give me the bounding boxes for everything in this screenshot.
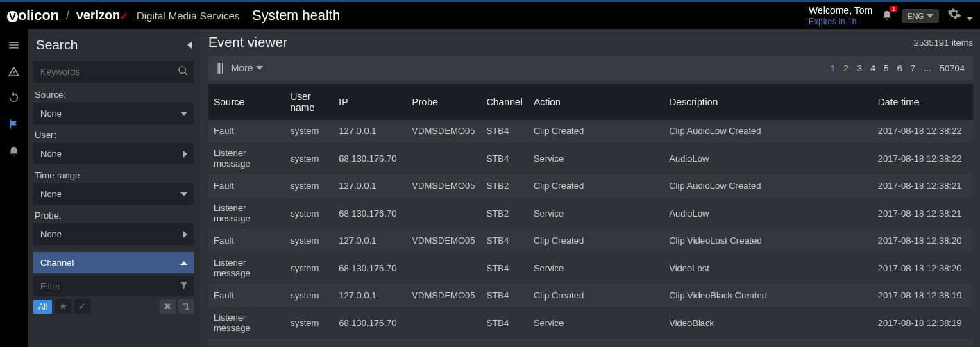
column-header[interactable]: Date time	[872, 84, 973, 120]
time-dropdown[interactable]: None	[33, 183, 194, 205]
table-row[interactable]: KeepAlivesystem68.130.176.70OBS-STBApp\H…	[208, 339, 973, 348]
page-link[interactable]: 1	[830, 63, 835, 74]
cell-action: Clip Created	[528, 230, 664, 252]
user-value: None	[40, 149, 62, 159]
page-link[interactable]: 2	[844, 63, 849, 74]
all-button[interactable]: All	[33, 300, 52, 314]
table-row[interactable]: Faultsystem127.0.0.1VDMSDEMO05STB4Clip C…	[208, 285, 973, 307]
probe-label: Probe:	[35, 210, 194, 221]
icon-rail	[0, 29, 28, 347]
column-header[interactable]: Description	[664, 84, 872, 120]
time-label: Time range:	[35, 170, 194, 180]
column-header[interactable]: IP	[333, 84, 406, 120]
page-link[interactable]: 5	[884, 63, 888, 74]
cell-desc: AudioLow	[664, 197, 872, 230]
column-header[interactable]: User name	[285, 84, 333, 120]
cell-dt: 2017-08-18 12:38:20	[872, 230, 973, 252]
table-row[interactable]: Listener messagesystem68.130.176.70STB4S…	[208, 142, 973, 175]
notification-badge: 1	[890, 6, 897, 12]
chevron-down-icon	[180, 192, 187, 196]
cell-action: Service	[528, 197, 664, 230]
cell-user: system	[285, 175, 333, 197]
chevron-right-icon	[183, 151, 187, 158]
page-title: System health	[252, 8, 340, 24]
column-header[interactable]: Probe	[406, 84, 480, 120]
cell-user: system	[285, 230, 333, 252]
main-panel: Event viewer 2535191 items |||| More 123…	[200, 29, 980, 347]
collapse-tree-button[interactable]: ✖	[160, 299, 176, 314]
brand-slash: /	[66, 8, 69, 23]
cell-desc: VideoLost	[664, 252, 872, 285]
user-label: User:	[35, 130, 194, 140]
cell-user: system	[285, 307, 333, 339]
favorites-button[interactable]: ★	[55, 299, 71, 314]
keyword-input[interactable]	[33, 61, 194, 83]
cell-user: system	[285, 252, 333, 285]
user-dropdown[interactable]: None	[33, 143, 194, 164]
cell-channel: STB4	[481, 252, 528, 285]
cell-desc: Clip VideoLost Created	[664, 230, 872, 252]
refresh-icon[interactable]	[8, 92, 20, 104]
column-header[interactable]: Action	[528, 84, 664, 120]
settings-icon[interactable]	[947, 7, 973, 24]
channel-section-header[interactable]: Channel	[33, 252, 194, 273]
table-row[interactable]: Listener messagesystem68.130.176.70STB4S…	[208, 307, 973, 339]
page-link[interactable]: 50704	[940, 63, 965, 74]
cell-user: system	[285, 142, 333, 175]
cell-desc: Clip AudioLow Created	[664, 120, 872, 142]
topbar-right: Welcome, Tom Expires in 1h 1 ENG	[809, 5, 973, 26]
cell-source: Fault	[208, 285, 285, 307]
cell-user: system	[285, 197, 333, 230]
table-row[interactable]: Listener messagesystem68.130.176.70STB4S…	[208, 252, 973, 285]
bell-icon[interactable]	[8, 144, 20, 157]
cell-action: Clip Created	[528, 285, 664, 307]
source-dropdown[interactable]: None	[33, 103, 194, 124]
cell-channel: STB2	[481, 197, 528, 230]
expiry-text[interactable]: Expires in 1h	[809, 17, 872, 26]
cell-user: system	[285, 120, 333, 142]
warning-icon[interactable]	[8, 65, 20, 78]
channel-label: Channel	[40, 257, 74, 268]
channel-filter	[33, 276, 194, 296]
checked-button[interactable]: ✔	[74, 299, 90, 314]
channel-filter-input[interactable]	[33, 276, 194, 296]
column-header[interactable]: Channel	[481, 84, 528, 120]
welcome-text: Welcome, Tom	[809, 5, 872, 17]
cell-action: Clip Created	[528, 175, 664, 197]
sidebar-title: Search	[36, 37, 78, 53]
cell-probe: VDMSDEMO05	[406, 175, 480, 197]
pagination: 1234567...50704	[830, 63, 965, 74]
menu-icon[interactable]	[8, 39, 20, 51]
flag-icon[interactable]	[8, 118, 20, 130]
page-link[interactable]: 3	[857, 63, 862, 74]
page-link[interactable]: 4	[870, 63, 875, 74]
cell-source: Listener message	[208, 197, 285, 230]
notification-icon[interactable]: 1	[881, 8, 893, 24]
expand-tree-button[interactable]: ⇅	[178, 299, 194, 314]
table-row[interactable]: Faultsystem127.0.0.1VDMSDEMO05STB4Clip C…	[208, 230, 973, 252]
more-button[interactable]: More	[231, 62, 263, 74]
cell-dt: 2017-08-18 12:38:20	[872, 252, 973, 285]
search-icon[interactable]	[178, 65, 189, 78]
cell-channel: STB4	[481, 230, 528, 252]
cell-dt: 2017-08-18 12:38:19	[872, 307, 973, 339]
svg-line-1	[185, 72, 187, 75]
cell-action: Clip Created	[528, 120, 664, 142]
cell-channel: STB4	[481, 120, 528, 142]
column-header[interactable]: Source	[208, 84, 285, 120]
brand-volicon: VVoliconolicon	[7, 8, 59, 24]
table-row[interactable]: Faultsystem127.0.0.1VDMSDEMO05STB4Clip C…	[208, 120, 973, 142]
table-row[interactable]: Listener messagesystem68.130.176.70STB2S…	[208, 197, 973, 230]
page-link[interactable]: 6	[897, 63, 902, 74]
funnel-icon[interactable]	[179, 280, 189, 292]
page-link[interactable]: 7	[911, 63, 915, 74]
collapse-sidebar-button[interactable]	[187, 40, 192, 51]
columns-icon[interactable]: ||||	[217, 62, 223, 74]
language-button[interactable]: ENG	[902, 9, 939, 23]
cell-ip: 127.0.0.1	[333, 285, 406, 307]
cell-action: App\Http\Controllers\{closure}	[528, 339, 664, 348]
sidebar: Search Source: None User: None Time rang…	[28, 29, 200, 347]
probe-dropdown[interactable]: None	[33, 223, 194, 245]
table-row[interactable]: Faultsystem127.0.0.1VDMSDEMO05STB2Clip C…	[208, 175, 973, 197]
more-label: More	[231, 62, 253, 74]
